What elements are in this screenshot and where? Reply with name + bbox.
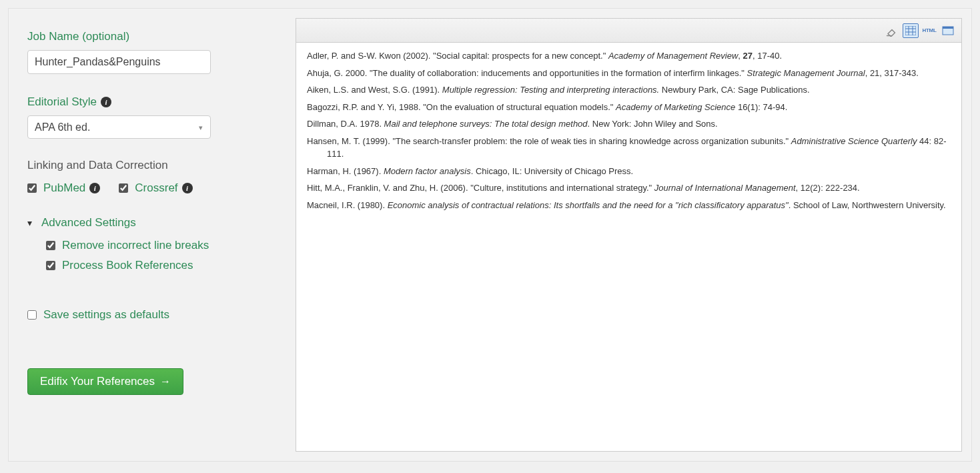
info-icon[interactable]: i bbox=[182, 183, 193, 193]
references-box: HTML Adler, P. and S-W. Kwon (2002). "So… bbox=[296, 18, 962, 452]
reference-entry: Adler, P. and S-W. Kwon (2002). "Social … bbox=[307, 49, 951, 63]
process-books-checkbox[interactable] bbox=[46, 261, 55, 270]
pubmed-checkbox[interactable] bbox=[27, 183, 37, 193]
editorial-style-select-wrap: APA 6th ed. bbox=[27, 115, 211, 139]
eraser-icon[interactable] bbox=[884, 23, 900, 38]
crossref-checkbox-item: Crossref i bbox=[119, 181, 192, 195]
job-name-input[interactable] bbox=[27, 50, 211, 74]
crossref-checkbox[interactable] bbox=[119, 183, 128, 193]
app-container: Job Name (optional) Editorial Style i AP… bbox=[8, 8, 972, 462]
save-defaults-section: Save settings as defaults bbox=[27, 308, 277, 322]
info-icon[interactable]: i bbox=[101, 97, 111, 107]
reference-entry: Bagozzi, R.P. and Y. Yi, 1988. "On the e… bbox=[307, 101, 951, 114]
job-name-label: Job Name (optional) bbox=[27, 30, 277, 43]
reference-entry: Harman, H. (1967). Modern factor analysi… bbox=[307, 165, 951, 178]
advanced-settings-body: Remove incorrect line breaks Process Boo… bbox=[27, 239, 277, 272]
reference-entry: Macneil, I.R. (1980). Economic analysis … bbox=[307, 199, 951, 212]
fullscreen-icon[interactable] bbox=[940, 23, 956, 38]
save-defaults-checkbox[interactable] bbox=[27, 310, 37, 320]
pubmed-checkbox-item: PubMed i bbox=[27, 181, 100, 195]
process-books-label[interactable]: Process Book References bbox=[62, 259, 193, 272]
svg-rect-6 bbox=[943, 27, 953, 29]
remove-breaks-checkbox[interactable] bbox=[46, 241, 55, 250]
process-books-item: Process Book References bbox=[46, 259, 277, 272]
reference-entry: Ahuja, G. 2000. "The duality of collabor… bbox=[307, 67, 951, 80]
editorial-style-select[interactable]: APA 6th ed. bbox=[27, 115, 211, 139]
reference-entry: Hansen, M. T. (1999). "The search-transf… bbox=[307, 135, 951, 161]
info-icon[interactable]: i bbox=[89, 183, 100, 193]
remove-breaks-label[interactable]: Remove incorrect line breaks bbox=[62, 239, 209, 252]
reference-entry: Dillman, D.A. 1978. Mail and telephone s… bbox=[307, 117, 951, 131]
svg-rect-0 bbox=[905, 26, 916, 35]
grid-icon[interactable] bbox=[903, 23, 919, 38]
remove-breaks-item: Remove incorrect line breaks bbox=[46, 239, 277, 252]
advanced-settings-toggle[interactable]: ▾ Advanced Settings bbox=[27, 216, 277, 229]
linking-heading: Linking and Data Correction bbox=[27, 159, 277, 172]
settings-sidebar: Job Name (optional) Editorial Style i AP… bbox=[9, 9, 296, 461]
edifix-button[interactable]: Edifix Your References → bbox=[27, 368, 183, 395]
save-defaults-item: Save settings as defaults bbox=[27, 308, 277, 322]
linking-checkbox-row: PubMed i Crossref i bbox=[27, 181, 277, 195]
references-body[interactable]: Adler, P. and S-W. Kwon (2002). "Social … bbox=[296, 43, 961, 451]
crossref-label[interactable]: Crossref i bbox=[135, 181, 192, 195]
reference-entry: Hitt, M.A., Franklin, V. and Zhu, H. (20… bbox=[307, 181, 951, 195]
reference-entry: Aiken, L.S. and West, S.G. (1991). Multi… bbox=[307, 83, 951, 97]
save-defaults-label[interactable]: Save settings as defaults bbox=[43, 308, 169, 322]
html-view-button[interactable]: HTML bbox=[921, 23, 937, 38]
pubmed-label[interactable]: PubMed i bbox=[43, 181, 100, 195]
arrow-right-icon: → bbox=[160, 376, 171, 388]
main-panel: HTML Adler, P. and S-W. Kwon (2002). "So… bbox=[296, 9, 971, 461]
editor-toolbar: HTML bbox=[296, 19, 961, 43]
chevron-down-icon: ▾ bbox=[27, 217, 32, 228]
editorial-style-label: Editorial Style i bbox=[27, 95, 277, 109]
